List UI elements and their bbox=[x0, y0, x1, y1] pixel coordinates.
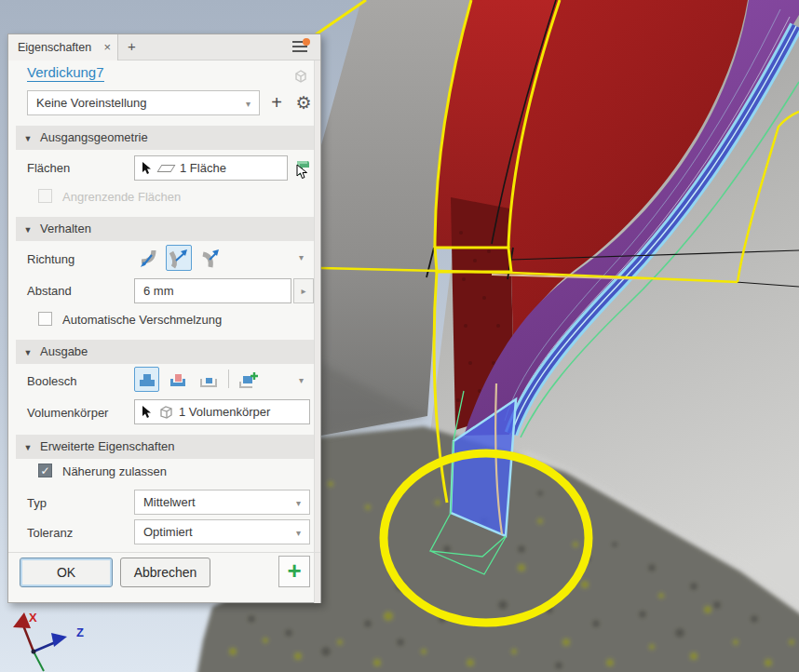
section-title: Verhalten bbox=[40, 222, 91, 235]
distance-value: 6 mm bbox=[143, 284, 174, 298]
solid-value: 1 Volumenkörper bbox=[179, 405, 270, 419]
auto-merge-label: Automatische Verschmelzung bbox=[62, 313, 222, 327]
direction-outward-button[interactable] bbox=[197, 245, 223, 271]
face-icon bbox=[157, 165, 176, 172]
tolerance-value: Optimiert bbox=[143, 525, 193, 539]
boolean-join-button[interactable] bbox=[134, 367, 159, 392]
caret-down-icon: ▾ bbox=[296, 528, 301, 538]
caret-right-icon: ▸ bbox=[301, 286, 305, 296]
direction-inward-button[interactable] bbox=[134, 245, 160, 271]
boolean-label: Boolesch bbox=[27, 374, 76, 388]
collapse-triangle-icon: ▼ bbox=[16, 218, 40, 242]
adjacent-faces-label: Angrenzende Flächen bbox=[62, 190, 181, 204]
select-cursor-icon bbox=[141, 161, 154, 175]
section-title: Ausgangsgeometrie bbox=[40, 130, 148, 144]
section-header-output[interactable]: ▼Ausgabe bbox=[16, 340, 314, 364]
solid-cube-icon bbox=[157, 404, 174, 421]
faces-selection-field[interactable]: 1 Fläche bbox=[134, 155, 288, 181]
direction-symmetric-button[interactable] bbox=[166, 245, 192, 271]
mouse-cursor bbox=[296, 164, 310, 180]
add-preset-button[interactable]: + bbox=[266, 90, 287, 115]
collapse-triangle-icon: ▼ bbox=[16, 341, 40, 365]
type-value: Mittelwert bbox=[143, 495, 196, 509]
distance-label: Abstand bbox=[27, 284, 72, 298]
select-cursor-icon bbox=[141, 405, 154, 419]
new-tab-button[interactable]: + bbox=[128, 38, 136, 54]
add-feature-button[interactable]: + bbox=[278, 556, 310, 587]
faces-value: 1 Fläche bbox=[180, 161, 226, 175]
section-header-advanced[interactable]: ▼Erweiterte Eigenschaften bbox=[16, 435, 314, 459]
caret-down-icon: ▾ bbox=[246, 99, 251, 109]
solid-selection-field[interactable]: 1 Volumenkörper bbox=[134, 399, 310, 424]
adjacent-faces-checkbox bbox=[38, 189, 52, 203]
axis-z-label: Z bbox=[76, 625, 84, 639]
section-header-behavior[interactable]: ▼Verhalten bbox=[16, 217, 314, 241]
tab-title: Eigenschaften bbox=[18, 41, 91, 54]
boolean-more-caret[interactable]: ▾ bbox=[299, 375, 304, 385]
tab-close-icon[interactable]: × bbox=[103, 40, 111, 54]
section-header-source[interactable]: ▼Ausgangsgeometrie bbox=[16, 126, 314, 150]
collapse-triangle-icon: ▼ bbox=[16, 127, 40, 151]
boolean-new-solid-button[interactable] bbox=[236, 367, 261, 392]
notification-dot bbox=[303, 38, 310, 46]
direction-more-caret[interactable]: ▾ bbox=[299, 252, 304, 262]
type-label: Typ bbox=[27, 496, 47, 510]
footer-divider bbox=[8, 552, 320, 553]
feature-name-link[interactable]: Verdickung7 bbox=[27, 64, 104, 82]
preset-dropdown[interactable]: Keine Voreinstellung ▾ bbox=[27, 90, 260, 115]
boolean-cut-button[interactable] bbox=[165, 367, 190, 392]
approximation-label: Näherung zulassen bbox=[62, 464, 167, 478]
axis-x-label: X bbox=[29, 611, 37, 625]
properties-panel: Eigenschaften × + Verdickung7 Keine Vore… bbox=[7, 34, 321, 603]
panel-scrollbar[interactable] bbox=[314, 60, 320, 603]
solid-label: Volumenkörper bbox=[27, 406, 108, 420]
section-title: Erweiterte Eigenschaften bbox=[40, 439, 175, 453]
boolean-intersect-button[interactable] bbox=[196, 367, 221, 392]
ok-button[interactable]: OK bbox=[20, 558, 113, 587]
toolbar-divider bbox=[228, 370, 229, 388]
gear-icon[interactable]: ⚙ bbox=[292, 90, 315, 115]
panel-tab-bar: Eigenschaften × + bbox=[8, 34, 320, 60]
preset-value: Keine Voreinstellung bbox=[36, 96, 147, 110]
cancel-button[interactable]: Abbrechen bbox=[120, 558, 210, 587]
cube-icon[interactable] bbox=[292, 68, 309, 85]
approximation-checkbox[interactable]: ✓ bbox=[38, 464, 52, 477]
caret-down-icon: ▾ bbox=[296, 498, 301, 508]
distance-flyout-button[interactable]: ▸ bbox=[293, 278, 314, 303]
collapse-triangle-icon: ▼ bbox=[16, 436, 40, 460]
distance-input[interactable]: 6 mm bbox=[134, 278, 291, 303]
faces-label: Flächen bbox=[27, 161, 70, 175]
section-title: Ausgabe bbox=[40, 344, 88, 358]
type-dropdown[interactable]: Mittelwert ▾ bbox=[134, 490, 310, 515]
auto-merge-checkbox[interactable] bbox=[38, 312, 52, 326]
panel-menu-icon[interactable] bbox=[292, 41, 309, 54]
tab-eigenschaften[interactable]: Eigenschaften × bbox=[8, 34, 118, 60]
application-window: X Z Eigenschaften × + Verdickung7 bbox=[0, 0, 799, 672]
tolerance-dropdown[interactable]: Optimiert ▾ bbox=[134, 519, 310, 544]
direction-label: Richtung bbox=[27, 252, 74, 266]
tolerance-label: Toleranz bbox=[27, 526, 73, 540]
